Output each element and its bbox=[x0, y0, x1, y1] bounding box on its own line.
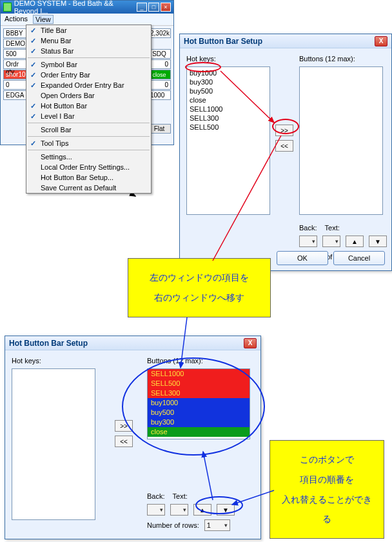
hotkeys-label: Hot keys: bbox=[186, 55, 216, 63]
dialog1-titlebar[interactable]: Hot Button Bar Setup X bbox=[180, 34, 391, 48]
menu-item[interactable]: Hot Button Bar Setup... bbox=[26, 172, 151, 183]
buttons-label-2: Buttons (12 max): bbox=[147, 357, 203, 365]
hotkeys-listbox-2[interactable] bbox=[12, 368, 95, 520]
add-button-2[interactable]: >> bbox=[115, 420, 133, 432]
rows-label-2: Number of rows: bbox=[147, 521, 199, 529]
menu-item[interactable]: Tool Tips bbox=[26, 138, 151, 148]
back-color-dropdown[interactable]: ▾ bbox=[299, 236, 317, 247]
cell-zero[interactable]: 0 bbox=[3, 80, 29, 90]
hotkey-item[interactable]: buy500 bbox=[190, 86, 267, 95]
callout-reorder: このボタンで 項目の順番を 入れ替えることができる bbox=[270, 440, 384, 539]
cell-edga[interactable]: EDGA bbox=[3, 90, 29, 100]
buttons-listbox-2[interactable]: SELL1000SELL500SELL300buy1000buy500buy30… bbox=[147, 368, 250, 439]
move-down-button-2[interactable]: ▼ bbox=[217, 504, 235, 516]
hotkeys-label-2: Hot keys: bbox=[12, 357, 41, 365]
cancel-button[interactable]: Cancel bbox=[333, 251, 385, 265]
button-item[interactable]: SELL300 bbox=[148, 388, 250, 398]
remove-button-2[interactable]: << bbox=[115, 436, 133, 447]
cell-shor1000[interactable]: shor1000 bbox=[3, 70, 29, 79]
menu-item[interactable]: Settings... bbox=[26, 152, 151, 162]
cell-demo14[interactable]: DEMO14 bbox=[3, 39, 29, 48]
text-label: Text: bbox=[325, 224, 340, 232]
menu-item[interactable]: Hot Button Bar bbox=[26, 101, 151, 111]
menu-view[interactable]: View bbox=[33, 15, 54, 24]
buttons-listbox[interactable] bbox=[299, 66, 383, 215]
cell-bbby[interactable]: BBBY bbox=[3, 28, 29, 38]
rows-dropdown-2[interactable]: 1▾ bbox=[204, 519, 230, 531]
menu-item[interactable]: Level I Bar bbox=[26, 111, 151, 121]
buttons-label: Buttons (12 max): bbox=[299, 55, 355, 63]
back-label-2: Back: bbox=[147, 492, 165, 500]
hotkey-item[interactable]: SELL1000 bbox=[190, 105, 267, 114]
button-item[interactable]: buy300 bbox=[148, 417, 250, 427]
dialog2-close-button[interactable]: X bbox=[244, 338, 257, 348]
menu-item[interactable]: Expanded Order Entry Bar bbox=[26, 80, 151, 90]
left-column: BBBY DEMO14 500 Ordr qty shor1000 0 EDGA bbox=[3, 28, 29, 101]
button-item[interactable]: close bbox=[148, 427, 250, 437]
text-color-dropdown-2[interactable]: ▾ bbox=[170, 504, 188, 516]
remove-button[interactable]: << bbox=[275, 140, 293, 152]
text-label-2: Text: bbox=[173, 492, 188, 500]
demo-titlebar[interactable]: DEMO SYSTEM - Bed Bath && Beyond I... _ … bbox=[1, 1, 173, 14]
cell-ordrqty[interactable]: Ordr qty bbox=[3, 59, 29, 69]
move-down-button[interactable]: ▼ bbox=[369, 236, 387, 247]
dialog2-title-text: Hot Button Bar Setup bbox=[9, 339, 88, 348]
menu-item[interactable]: Symbol Bar bbox=[26, 59, 151, 70]
move-up-button[interactable]: ▲ bbox=[346, 236, 364, 247]
menu-item[interactable]: Order Entry Bar bbox=[26, 70, 151, 80]
hotkey-item[interactable]: SELL500 bbox=[190, 123, 267, 132]
menu-actions[interactable]: Actions bbox=[5, 15, 28, 24]
cell-500[interactable]: 500 bbox=[3, 49, 29, 59]
button-item[interactable]: SELL500 bbox=[148, 379, 250, 388]
minimize-button[interactable]: _ bbox=[137, 3, 147, 12]
hotkeys-listbox[interactable]: buy1000buy300buy500closeSELL1000SELL300S… bbox=[186, 66, 270, 215]
menu-item[interactable]: Status Bar bbox=[26, 46, 151, 56]
button-item[interactable]: buy500 bbox=[148, 408, 250, 417]
hotbutton-dialog-1: Hot Button Bar Setup X Hot keys: Buttons… bbox=[179, 34, 392, 271]
hotkey-item[interactable]: SELL300 bbox=[190, 114, 267, 123]
dialog1-title-text: Hot Button Bar Setup bbox=[184, 37, 262, 46]
back-label: Back: bbox=[299, 224, 317, 232]
hotbutton-dialog-2: Hot Button Bar Setup X Hot keys: Buttons… bbox=[5, 336, 261, 539]
hotkey-item[interactable]: buy300 bbox=[190, 77, 267, 86]
add-button[interactable]: >> bbox=[275, 125, 293, 136]
dialog1-close-button[interactable]: X bbox=[375, 36, 387, 46]
menu-item[interactable]: Scroll Bar bbox=[26, 125, 151, 135]
button-item[interactable]: SELL1000 bbox=[148, 369, 250, 379]
menu-item[interactable]: Menu Bar bbox=[26, 35, 151, 46]
hotkey-item[interactable]: buy1000 bbox=[190, 68, 267, 77]
text-color-dropdown[interactable]: ▾ bbox=[322, 236, 340, 247]
view-dropdown[interactable]: Title BarMenu BarStatus BarSymbol BarOrd… bbox=[26, 25, 152, 194]
maximize-button[interactable]: □ bbox=[148, 3, 159, 12]
demo-title-text: DEMO SYSTEM - Bed Bath && Beyond I... bbox=[14, 0, 135, 15]
hotkey-item[interactable]: close bbox=[190, 95, 267, 105]
app-icon bbox=[3, 3, 12, 12]
menu-item[interactable]: Save Current as Default bbox=[26, 183, 151, 193]
callout-move: 左のウィンドウの項目を 右のウィンドウへ移す bbox=[128, 258, 271, 317]
menu-item[interactable]: Title Bar bbox=[26, 25, 151, 35]
back-color-dropdown-2[interactable]: ▾ bbox=[147, 504, 165, 516]
move-up-button-2[interactable]: ▲ bbox=[193, 504, 211, 516]
close-button[interactable]: × bbox=[161, 3, 171, 12]
button-item[interactable]: buy1000 bbox=[148, 398, 250, 408]
menu-item[interactable]: Local Order Entry Settings... bbox=[26, 162, 151, 172]
dialog2-titlebar[interactable]: Hot Button Bar Setup X bbox=[5, 336, 260, 350]
menu-item[interactable]: Open Orders Bar bbox=[26, 90, 151, 101]
ok-button[interactable]: OK bbox=[277, 251, 328, 265]
